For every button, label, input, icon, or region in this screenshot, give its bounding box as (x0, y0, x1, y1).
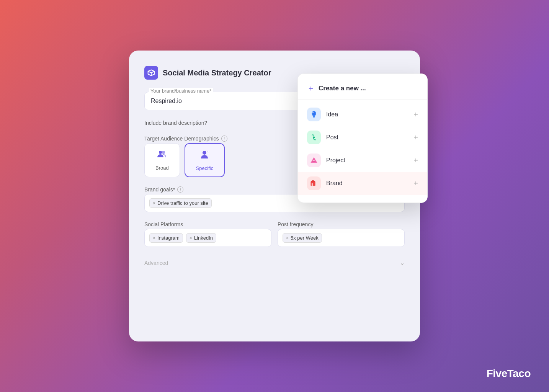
post-frequency-section: Post frequency × 5x per Week (278, 221, 405, 247)
svg-rect-3 (313, 116, 315, 117)
frequency-label: 5x per Week (291, 235, 319, 241)
post-add-icon[interactable]: + (413, 133, 418, 142)
brand-add-icon[interactable]: + (413, 179, 418, 188)
project-add-icon[interactable]: + (413, 156, 418, 165)
linkedin-remove-icon[interactable]: × (190, 235, 192, 241)
dropdown-item-post-left: Post (307, 131, 338, 144)
instagram-label: Instagram (157, 235, 180, 241)
platforms-frequency-row: Social Platforms × Instagram × LinkedIn … (144, 221, 405, 247)
dropdown-item-idea[interactable]: Idea + (298, 103, 427, 126)
plus-icon: ＋ (307, 83, 315, 93)
advanced-chevron-icon: ⌄ (400, 259, 405, 266)
audience-btn-specific[interactable]: Specific (185, 143, 225, 177)
idea-label: Idea (326, 111, 338, 118)
frequency-tag-0: × 5x per Week (283, 233, 322, 243)
dropdown-item-brand[interactable]: Brand + (298, 172, 427, 195)
post-emoji (307, 131, 321, 144)
dropdown-item-idea-left: Idea (307, 108, 338, 121)
social-platforms-section: Social Platforms × Instagram × LinkedIn (144, 221, 271, 247)
svg-point-13 (162, 151, 165, 154)
fivetaco-logo: FiveTaco (487, 368, 531, 380)
frequency-remove-icon[interactable]: × (286, 235, 289, 241)
post-frequency-label: Post frequency (278, 221, 405, 227)
app-title: Social Media Strategy Creator (163, 69, 271, 77)
dropdown-header: ＋ Create a new ... (298, 82, 427, 100)
create-new-dropdown[interactable]: ＋ Create a new ... Idea (297, 74, 428, 203)
brand-emoji (307, 176, 321, 190)
tag-label: Drive traffic to your site (157, 200, 208, 206)
broad-icon (157, 149, 167, 162)
platform-tag-linkedin: × LinkedIn (186, 233, 216, 243)
specific-label: Specific (196, 165, 214, 171)
dropdown-item-brand-left: Brand (307, 176, 343, 190)
svg-rect-4 (313, 117, 315, 118)
dropdown-item-post[interactable]: Post + (298, 126, 427, 149)
dropdown-title: Create a new ... (319, 85, 366, 92)
app-header: Social Media Strategy Creator ＋ Create a… (144, 66, 405, 80)
svg-point-12 (159, 151, 162, 154)
brand-label: Brand (326, 180, 343, 187)
social-platforms-input[interactable]: × Instagram × LinkedIn (144, 229, 271, 247)
include-brand-label: Include brand description? (144, 120, 207, 126)
audience-btn-broad[interactable]: Broad (144, 143, 180, 177)
instagram-remove-icon[interactable]: × (153, 235, 155, 241)
idea-emoji (307, 108, 321, 121)
post-frequency-input[interactable]: × 5x per Week (278, 229, 405, 247)
brand-goals-tag-0: × Drive traffic to your site (149, 198, 212, 208)
dropdown-item-project-left: Project (307, 154, 345, 167)
main-card: Social Media Strategy Creator ＋ Create a… (129, 51, 420, 341)
tag-remove-icon[interactable]: × (153, 201, 155, 206)
project-label: Project (326, 157, 345, 164)
app-icon (144, 66, 158, 80)
advanced-section[interactable]: Advanced ⌄ (144, 256, 405, 270)
linkedin-label: LinkedIn (194, 235, 213, 241)
svg-marker-10 (310, 180, 315, 181)
svg-point-14 (203, 151, 206, 155)
advanced-label: Advanced (144, 260, 168, 266)
svg-point-5 (313, 137, 315, 139)
broad-label: Broad (155, 165, 169, 171)
idea-add-icon[interactable]: + (413, 110, 418, 119)
audience-info-icon[interactable]: i (221, 136, 227, 142)
svg-point-2 (312, 112, 314, 113)
post-label: Post (326, 134, 338, 141)
svg-point-8 (313, 160, 315, 161)
platform-tag-instagram: × Instagram (149, 233, 183, 243)
brand-name-label: Your brand/business name* (149, 88, 213, 94)
svg-rect-11 (312, 183, 313, 186)
project-emoji (307, 154, 321, 167)
goals-info-icon[interactable]: i (177, 186, 183, 193)
specific-icon (199, 149, 210, 162)
social-platforms-label: Social Platforms (144, 221, 271, 227)
dropdown-item-project[interactable]: Project + (298, 149, 427, 172)
